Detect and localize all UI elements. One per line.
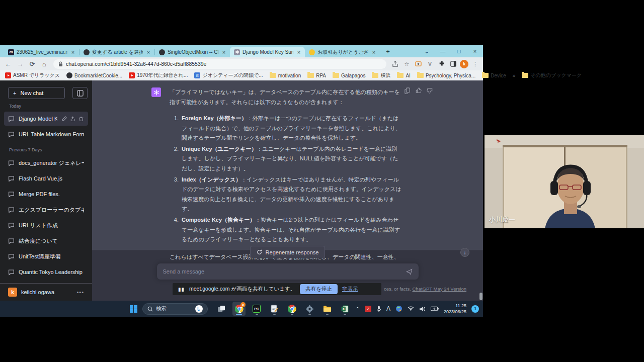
other-bookmarks[interactable]: その他のブックマーク [522, 72, 582, 79]
chat-item-django-model-key[interactable]: Django Model Key Su [4, 112, 88, 126]
chat-item-coupling[interactable]: 結合度について [4, 234, 88, 248]
tab-search-chevron-icon[interactable]: ⌄ [419, 45, 435, 57]
message-input[interactable]: Send a message [157, 263, 419, 280]
bookmark-folder-device[interactable]: Device [482, 73, 506, 78]
tab-close-icon[interactable]: × [296, 49, 302, 55]
chat-item-label: docs_generator ジェネレーター [19, 159, 84, 167]
chat-item-explorer-tabkey[interactable]: エクスプローラーのタブキー挙動 [4, 203, 88, 217]
share-page-icon[interactable] [390, 59, 400, 69]
vimium-extension-icon[interactable]: V [425, 59, 435, 69]
minimize-button[interactable]: — [435, 45, 451, 57]
tab-close-icon[interactable]: × [70, 49, 76, 55]
chatgpt-favicon-icon [234, 49, 240, 55]
bookmark-folder-galapagos[interactable]: Galapagos [333, 73, 365, 78]
taskbar-chrome-active[interactable]: k [232, 302, 246, 316]
bookmark-geocities[interactable]: Eジオシティーズの閉鎖で... [194, 72, 263, 79]
volume-icon[interactable] [419, 306, 426, 312]
tab-singleobjectmixin[interactable]: SingleObjectMixin -- Classy C × [155, 47, 230, 57]
maximize-button[interactable]: □ [451, 45, 467, 57]
new-tab-button[interactable]: + [383, 46, 393, 56]
tab-chatgpt-active[interactable]: Django Model Key Summary × [230, 47, 305, 57]
chrome-menu-icon[interactable]: ⋮ [470, 59, 480, 69]
list-number: 2. [173, 144, 179, 174]
battery-icon[interactable] [431, 306, 439, 311]
chatgpt-main: 「プライマリーではないキー」は、データベースのテーブル内に存在する他の種類のキー… [92, 80, 483, 301]
side-panel-icon[interactable] [448, 59, 458, 69]
bookmarks-overflow-chevron[interactable]: » [513, 73, 516, 78]
back-icon[interactable]: ← [3, 59, 13, 69]
hide-banner-link[interactable]: 非表示 [342, 286, 358, 293]
notification-badge[interactable]: 1 [471, 305, 479, 313]
regenerate-response-button[interactable]: Regenerate response [250, 246, 326, 258]
bookmark-1970s[interactable]: 1970年代に録音され... [129, 72, 188, 79]
taskbar-chrome-secondary[interactable] [285, 302, 298, 316]
hidden-icons-chevron[interactable]: ⌃ [356, 306, 360, 312]
screenshot-extension-icon[interactable] [414, 59, 423, 69]
edit-pencil-icon[interactable] [61, 116, 67, 122]
home-icon[interactable]: ⌂ [39, 59, 49, 69]
new-chat-button[interactable]: + New chat [8, 87, 65, 99]
chat-item-label: 結合度について [19, 237, 84, 245]
profile-avatar[interactable]: k [460, 60, 468, 68]
microphone-icon[interactable] [376, 306, 381, 312]
thumbs-up-icon[interactable] [416, 87, 422, 94]
start-button[interactable] [130, 305, 137, 313]
taskbar-excel[interactable]: X [338, 302, 351, 316]
tray-red-app-icon[interactable]: z [365, 306, 371, 312]
taskbar-search[interactable]: 検索 [142, 303, 208, 315]
chat-item-docs-generator[interactable]: docs_generator ジェネレーター [4, 156, 88, 170]
tab-django-article[interactable]: 変更する article を選択 | Djang × [79, 47, 154, 57]
close-button[interactable]: × [467, 45, 483, 57]
trash-icon[interactable] [78, 116, 84, 122]
forward-icon[interactable]: → [15, 59, 25, 69]
bookmark-asmr[interactable]: ASMR でリラックス [5, 72, 60, 79]
chat-item-url-list[interactable]: URLリスト作成 [4, 218, 88, 232]
assistant-message-row: 「プライマリーではないキー」は、データベースのテーブル内に存在する他の種類のキー… [92, 80, 483, 250]
taskbar-clock[interactable]: 11:25 2023/06/25 [444, 303, 466, 315]
chat-item-quantic[interactable]: Quantic Tokyo Leadership Sch [4, 265, 88, 279]
chat-bubble-icon [8, 222, 15, 229]
taskbar-file-explorer[interactable] [320, 302, 334, 316]
address-bar[interactable]: chat.openai.com/c/1bfd9541-32a6-447d-860… [53, 59, 386, 69]
weather-globe-icon[interactable] [395, 305, 403, 312]
user-account-row[interactable]: k keiichi ogawa ••• [4, 285, 88, 299]
extensions-puzzle-icon[interactable] [437, 59, 446, 69]
collapse-sidebar-button[interactable] [72, 87, 88, 99]
bookmark-folder-psychology[interactable]: Psychology, Physica... [417, 73, 475, 78]
version-link[interactable]: ChatGPT May 24 Version [413, 286, 467, 292]
bookmark-folder-motivation[interactable]: motivation [270, 73, 301, 78]
bookmark-folder-rpa[interactable]: RPA [307, 73, 326, 78]
chat-item-url-table[interactable]: URL Table Markdown Format [4, 127, 88, 141]
taskbar-notepad[interactable] [268, 302, 281, 316]
wifi-icon[interactable] [408, 306, 414, 311]
bookmark-folder-yokohama[interactable]: 横浜 [372, 72, 390, 79]
thumbs-down-icon[interactable] [427, 87, 433, 94]
stop-sharing-button[interactable]: 共有を停止 [300, 284, 338, 294]
scroll-to-bottom-button[interactable]: ↓ [460, 248, 469, 257]
user-menu-icon[interactable]: ••• [76, 289, 84, 295]
taskbar-settings[interactable] [303, 302, 316, 316]
tab-live-seminar[interactable]: m 230625_live_seminar.md × [4, 47, 79, 57]
tab-close-icon[interactable]: × [371, 49, 377, 55]
list-item: 2. Unique Key（ユニークキー）：ユニークキーはテーブル内の各レコード… [173, 144, 403, 174]
search-icon [147, 306, 153, 312]
ime-mode-indicator[interactable]: A [386, 305, 390, 312]
bookmark-bookmarklet[interactable]: BookmarkletCookie... [66, 72, 122, 78]
scrollbar-thumb[interactable] [479, 293, 482, 300]
tab-close-icon[interactable]: × [145, 49, 151, 55]
chat-item-flash-card[interactable]: Flash Card Vue.js [4, 171, 88, 186]
reload-icon[interactable]: ⟳ [27, 59, 37, 69]
task-view-button[interactable] [215, 302, 228, 316]
bookmark-folder-ai[interactable]: AI [397, 73, 410, 78]
chat-item-merge-pdf[interactable]: Merge PDF files. [4, 187, 88, 201]
tab-transaction-mail[interactable]: お取引ありがとうございます。 × [305, 47, 380, 57]
copy-icon[interactable] [405, 87, 411, 94]
bookmark-star-icon[interactable]: ☆ [402, 59, 412, 69]
chat-item-unittest[interactable]: UnitTest講座準備 [4, 249, 88, 263]
collapse-sidebar-icon [77, 90, 84, 97]
send-icon[interactable] [406, 268, 413, 275]
tab-close-icon[interactable]: × [221, 49, 227, 55]
taskbar-pycharm[interactable]: PC [250, 302, 263, 316]
share-chat-icon[interactable] [70, 116, 75, 122]
lock-icon [58, 61, 63, 67]
